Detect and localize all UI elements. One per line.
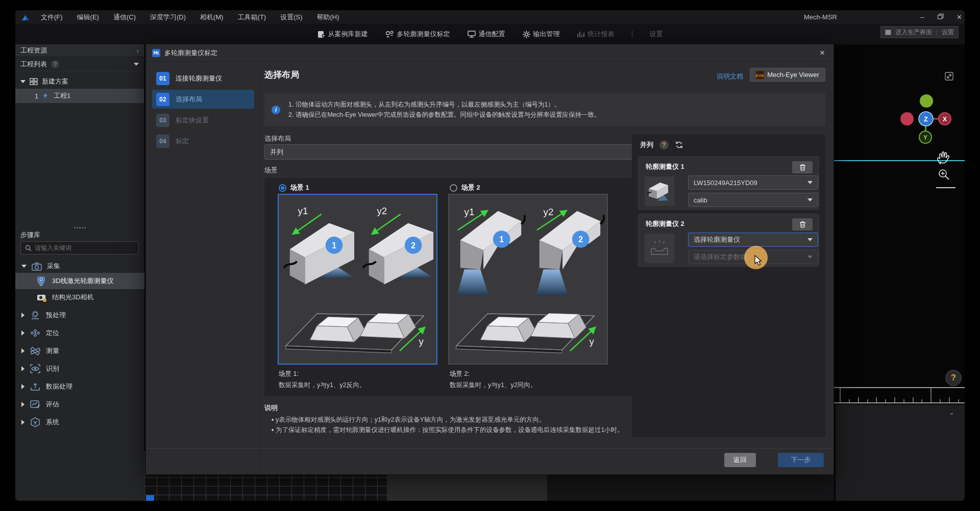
- svg-text:y2: y2: [377, 206, 387, 216]
- menu-help[interactable]: 帮助(H): [310, 10, 347, 24]
- svg-text:y: y: [419, 336, 424, 347]
- step-select-layout[interactable]: 02选择布局: [152, 90, 254, 109]
- ruler: 10.0 20.0: [834, 387, 965, 405]
- mech-eye-viewer-button[interactable]: EYE Mech-Eye Viewer: [750, 68, 825, 82]
- project-list-header[interactable]: 工程列表 ?: [15, 57, 144, 71]
- preprocess-icon: [30, 310, 41, 320]
- info-line-2: 2. 请确保已在Mech-Eye Viewer中完成所选设备的参数配置。同组中设…: [288, 110, 601, 120]
- sidebar-item-3d-laser-profiler[interactable]: 3D线激光轮廓测量仪: [15, 273, 144, 289]
- menu-file[interactable]: 文件(F): [34, 10, 70, 24]
- doc-link[interactable]: 说明文档: [717, 72, 743, 81]
- minimize-button[interactable]: –: [920, 13, 924, 21]
- collapse-sidebar-icon[interactable]: ‹: [137, 47, 139, 55]
- axis-gizmo[interactable]: Z X Y: [895, 89, 962, 148]
- back-button[interactable]: 返回: [724, 453, 756, 467]
- menu-deep-learning[interactable]: 深度学习(D): [143, 10, 193, 24]
- group-help-icon[interactable]: ?: [659, 140, 669, 149]
- note-1: • y表示物体相对感测头的运行方向；y1和y2表示设备Y轴方向，为激光发射器至感…: [272, 416, 545, 424]
- menu-settings[interactable]: 设置(S): [273, 10, 309, 24]
- sidebar-item-structured-light-camera[interactable]: 结构光3D相机: [15, 290, 144, 305]
- project-icon: [42, 92, 50, 99]
- scene1-caption: 数据采集时，y与y1、y2反向。: [279, 381, 365, 390]
- solution-node[interactable]: 新建方案: [15, 74, 144, 89]
- toolbar-new-from-case[interactable]: 从案例库新建: [317, 30, 368, 39]
- refresh-icon[interactable]: [675, 141, 683, 149]
- search-icon: [25, 245, 32, 251]
- profiler1-delete-button[interactable]: [792, 161, 813, 173]
- toolbar-comm-config[interactable]: 通信配置: [468, 30, 505, 39]
- toolbar-settings[interactable]: 设置: [650, 30, 663, 39]
- sidebar-group-preprocess[interactable]: 预处理: [15, 308, 144, 323]
- info-icon: i: [272, 106, 280, 114]
- scene2-radio[interactable]: 场景 2: [450, 183, 480, 192]
- project-resources-header: 工程资源 ‹: [15, 44, 144, 57]
- scene2-caption-title: 场景 2:: [450, 370, 470, 378]
- fullscreen-icon[interactable]: [945, 72, 953, 82]
- profiler2-delete-button[interactable]: [792, 218, 813, 231]
- svg-text:X: X: [943, 116, 947, 123]
- info-line-1: 1. 沿物体运动方向面对感测头，从左到右为感测头升序编号，以最左侧感测头为主（编…: [288, 99, 601, 110]
- scene-container: 场景 1 场景 2: [264, 178, 649, 396]
- footer-divider: [146, 448, 834, 449]
- enter-production-button[interactable]: 进入生产界面: [895, 28, 932, 37]
- sidebar-group-evaluate[interactable]: 评估: [15, 397, 144, 412]
- menu-communication[interactable]: 通信(C): [106, 10, 143, 24]
- note-2: • 为了保证标定精度，需对轮廓测量仪进行暖机操作：按照实际使用条件下的设备参数，…: [272, 426, 624, 435]
- sidebar-group-system[interactable]: 系统: [15, 415, 144, 430]
- scene2-card[interactable]: 1 y1 2 y2: [448, 194, 608, 365]
- sidebar-group-collect[interactable]: 采集: [15, 259, 144, 274]
- pan-hand-icon[interactable]: [936, 150, 950, 167]
- chevron-down-icon[interactable]: ⌄: [949, 408, 954, 416]
- close-button[interactable]: ×: [957, 13, 962, 22]
- tree-expand-icon[interactable]: [20, 80, 26, 83]
- dialog-close-icon[interactable]: ×: [816, 47, 828, 59]
- maximize-button[interactable]: [938, 13, 944, 21]
- help-button[interactable]: ?: [945, 370, 962, 386]
- chevron-down-icon: [807, 198, 813, 201]
- svg-text:10.0: 10.0: [842, 389, 854, 396]
- profiler-calibration-dialog: 多轮廓测量仪标定 × 01连接轮廓测量仪 02选择布局 03标定块设置 04标定…: [145, 44, 834, 475]
- search-input[interactable]: [35, 244, 127, 251]
- profiler1-param-select[interactable]: calib: [688, 193, 818, 207]
- svg-text:2: 2: [411, 241, 415, 250]
- step-connect-profilers[interactable]: 01连接轮廓测量仪: [152, 69, 254, 88]
- toolbar-output-management[interactable]: 输出管理: [523, 30, 560, 39]
- chevron-down-icon: [807, 256, 813, 259]
- profiler1-device-select[interactable]: LW150249A215YD09: [688, 175, 818, 190]
- scene2-caption: 数据采集时，y与y1、y2同向。: [450, 381, 536, 390]
- lower-panel: ⌄: [836, 404, 965, 501]
- step-calibrate[interactable]: 04标定: [152, 132, 254, 150]
- step-calibration-block[interactable]: 03标定块设置: [152, 111, 254, 130]
- menu-edit[interactable]: 编辑(E): [70, 10, 106, 24]
- project-list-help-icon[interactable]: ?: [51, 60, 59, 68]
- production-icon: [885, 30, 891, 35]
- svg-text:y1: y1: [298, 206, 308, 216]
- sidebar-group-data-processing[interactable]: 数据处理: [15, 379, 144, 394]
- sidebar-group-locate[interactable]: 定位: [15, 325, 144, 341]
- scene1-radio[interactable]: 场景 1: [279, 183, 309, 192]
- zoom-icon[interactable]: [938, 168, 951, 183]
- group-collapsed-icon[interactable]: [21, 313, 24, 318]
- group-label: 并列: [640, 140, 653, 149]
- collapse-project-list-icon[interactable]: [134, 63, 139, 66]
- next-button[interactable]: 下一步: [778, 453, 824, 467]
- group-expand-icon[interactable]: [21, 265, 27, 268]
- toolbar-stats-report[interactable]: 统计报表: [577, 30, 615, 39]
- production-settings-button[interactable]: 设置: [942, 28, 954, 37]
- toolbar-profiler-calibration[interactable]: 多轮廓测量仪标定: [385, 30, 450, 39]
- profiler2-device-select[interactable]: 选择轮廓测量仪: [688, 233, 818, 247]
- scene1-card[interactable]: 1 y1 2 y2: [278, 194, 437, 365]
- system-icon: [30, 417, 41, 427]
- menu-toolbox[interactable]: 工具箱(T): [231, 10, 274, 24]
- sidebar-group-measure[interactable]: 测量: [15, 343, 144, 359]
- evaluate-icon: [30, 399, 41, 410]
- profiler-group-panel: 并列 ? 轮廓测量仪 1 LW150249A215YD09 calib: [632, 134, 825, 437]
- sidebar-splitter[interactable]: [15, 225, 144, 229]
- sidebar-group-recognize[interactable]: 识别: [15, 361, 144, 376]
- menu-camera[interactable]: 相机(M): [193, 10, 231, 24]
- project-node[interactable]: 1 工程1: [15, 89, 144, 103]
- step-search[interactable]: [20, 241, 139, 254]
- svg-text:y: y: [589, 336, 594, 347]
- viewport-3d: Z X Y ? 10.0 20.0: [834, 44, 965, 501]
- profiler1-thumbnail: [645, 176, 674, 206]
